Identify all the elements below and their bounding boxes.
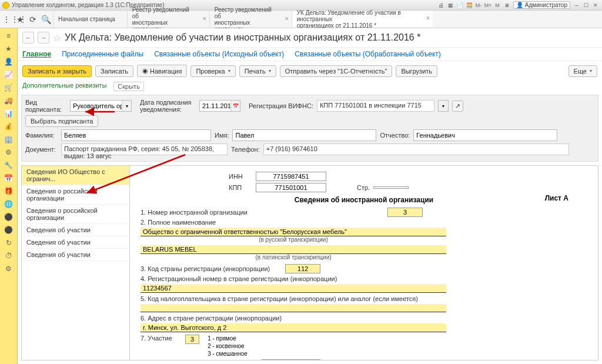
globe-icon[interactable]: 🌐 <box>4 200 13 208</box>
more-requisites-link[interactable]: Дополнительные реквизиты <box>22 82 106 91</box>
dot-icon[interactable]: ⚫ <box>4 213 13 221</box>
nav-main[interactable]: Главное <box>22 50 51 58</box>
close-icon[interactable]: ✕ <box>285 16 289 22</box>
star-icon[interactable]: ★ <box>5 45 12 53</box>
back-button[interactable]: ← <box>22 32 34 44</box>
settings-icon[interactable]: ⚙ <box>5 265 12 273</box>
main-panel: ← → ☆ УК Дельта: Уведомление об участии … <box>18 28 602 364</box>
refresh-icon[interactable]: ↻ <box>6 239 12 247</box>
gear-icon[interactable]: ⚙ <box>5 148 12 156</box>
patronymic-input[interactable] <box>413 129 557 141</box>
tab-registry-1[interactable]: Реестр уведомлений обиностранных компани… <box>127 11 209 28</box>
more-button[interactable]: Еще▾ <box>568 65 597 77</box>
lastname-input[interactable] <box>61 129 211 141</box>
f6-value[interactable]: г. Минск, ул. Выготского, д 2 <box>141 323 446 332</box>
favorite-icon[interactable]: ☆ <box>53 32 61 44</box>
nav-linked-src[interactable]: Связанные объекты (Исходный объект) <box>154 50 284 58</box>
hide-button[interactable]: Скрыть <box>113 82 144 91</box>
tree-item-part-3[interactable]: Сведения об участии <box>22 249 129 261</box>
m-minus-icon[interactable]: M- <box>474 1 483 9</box>
tree-item-ru-org-2[interactable]: Сведения о российской организации <box>22 205 129 224</box>
bars-icon[interactable]: 📊 <box>4 109 13 118</box>
phone-field[interactable]: +7 (916) 9674610 <box>263 143 569 155</box>
lastname-label: Фамилия: <box>25 132 58 139</box>
tools-icon[interactable]: 🔧 <box>4 161 13 169</box>
nav-linked-proc[interactable]: Связанные объекты (Обработанный объект) <box>295 50 441 58</box>
m-icon[interactable]: M <box>493 1 501 9</box>
screen-icon[interactable]: 🖥 <box>503 1 511 9</box>
choose-signer-button[interactable]: Выбрать подписанта <box>25 115 98 127</box>
apps-icon[interactable]: ⋮⋮⋮ <box>2 15 12 24</box>
f8-value[interactable]: 04.04.2016 <box>262 359 320 360</box>
tab-registry-2[interactable]: Реестр уведомлений обиностранных компани… <box>209 11 292 28</box>
gift-icon[interactable]: 🎁 <box>4 187 13 195</box>
history-icon[interactable]: ⟳ <box>28 15 38 24</box>
truck-icon[interactable]: 🚚 <box>4 96 13 105</box>
chart-icon[interactable]: 📈 <box>4 71 13 79</box>
document-field[interactable]: Паспорт гражданина РФ, серия: 45 05, № 2… <box>61 143 228 155</box>
f7-value[interactable]: 3 <box>185 335 199 344</box>
search-icon[interactable]: 🔍 <box>41 15 51 24</box>
signer-form: Вид подписанта: ▾ Дата подписания уведом… <box>21 95 598 162</box>
close-icon[interactable]: ✕ <box>426 16 430 22</box>
nav-attached[interactable]: Присоединенные файлы <box>62 50 143 58</box>
record-button[interactable]: Записать <box>95 65 133 77</box>
inn-value[interactable]: 7715987451 <box>256 172 326 181</box>
tool-buttons: ⋮⋮⋮ ★ ⟳ 🔍 <box>0 11 53 28</box>
export-button[interactable]: Выгрузить <box>396 65 437 77</box>
close-icon[interactable]: ✕ <box>591 1 600 9</box>
f2-ru-value[interactable]: Общество с ограниченной ответственностью… <box>141 228 446 236</box>
reg-select-icon[interactable]: ▾ <box>438 100 449 112</box>
forward-button[interactable]: → <box>38 32 49 44</box>
reg-open-button[interactable]: ↗ <box>452 101 463 112</box>
grid-icon[interactable]: ▦ <box>446 1 454 9</box>
nav-button[interactable]: ◉ Навигация <box>137 65 187 77</box>
tree-item-ru-org-1[interactable]: Сведения о российской организации <box>22 185 129 205</box>
f1-value[interactable]: 3 <box>387 208 423 217</box>
user-icon[interactable]: 👤 <box>4 58 13 66</box>
cart-icon[interactable]: 🛒 <box>4 84 13 92</box>
record-close-button[interactable]: Записать и закрыть <box>22 65 92 77</box>
calc-icon[interactable]: 🧮 <box>465 1 473 9</box>
additional-requisites: Дополнительные реквизиты Скрыть <box>18 81 602 95</box>
f5-value[interactable] <box>141 304 446 312</box>
firstname-input[interactable] <box>232 129 376 141</box>
user-badge[interactable]: 👤 Администратор <box>513 1 570 9</box>
menu-icon[interactable]: ≡ <box>6 32 11 40</box>
left-sidebar: ≡ ★ 👤 📈 🛒 🚚 📊 💰 🏢 ⚙ 🔧 📅 🎁 🌐 ⚫ ⚫ ↻ ⏱ ⚙ <box>0 28 18 364</box>
check-button[interactable]: Проверка▾ <box>190 65 235 77</box>
tree-item-part-2[interactable]: Сведения об участии <box>22 236 129 249</box>
calendar-icon[interactable]: 📅 <box>4 174 13 182</box>
f4-value[interactable]: 11234567 <box>141 284 446 293</box>
tab-document[interactable]: УК Дельта: Уведомление об участии в инос… <box>292 11 433 28</box>
f7-label: 7. Участие <box>141 335 182 342</box>
doc-icon[interactable]: 📄 <box>456 1 464 9</box>
kpp-value[interactable]: 771501001 <box>256 183 326 192</box>
f7-legend: 1 - прямое2 - косвенное3 - смешанное <box>208 335 248 358</box>
money-icon[interactable]: 💰 <box>4 122 13 131</box>
minimize-icon[interactable]: ─ <box>573 1 581 9</box>
content-split: Сведения ИО Общество с огранич... Сведен… <box>21 165 598 360</box>
page-value[interactable] <box>373 186 409 189</box>
org-icon[interactable]: 🏢 <box>4 135 13 143</box>
doc-nav: Главное Присоединенные файлы Связанные о… <box>18 48 602 61</box>
timer-icon[interactable]: ⏱ <box>5 252 12 260</box>
f3-value[interactable]: 112 <box>285 264 320 273</box>
patronymic-label: Отчество: <box>380 132 410 139</box>
f6-label: 6. Адрес в стране регистрации (инкорпора… <box>141 315 282 322</box>
print-button[interactable]: Печать▾ <box>239 65 276 77</box>
maximize-icon[interactable]: ☐ <box>582 1 590 9</box>
m-plus-icon[interactable]: M+ <box>484 1 492 9</box>
f2-lat-value[interactable]: BELARUS MEBEL <box>141 245 446 254</box>
dot2-icon[interactable]: ⚫ <box>4 226 13 234</box>
reg-field[interactable]: КПП 771501001 в инспекции 7715 <box>317 100 434 112</box>
chevron-down-icon[interactable]: ▾ <box>122 101 131 111</box>
star-icon[interactable]: ★ <box>15 15 25 24</box>
tab-start[interactable]: Начальная страница <box>53 11 127 28</box>
send-button[interactable]: Отправить через "1С-Отчетность" <box>280 65 393 77</box>
tree-item-io[interactable]: Сведения ИО Общество с огранич... <box>22 166 129 185</box>
tree-item-part-1[interactable]: Сведения об участии <box>22 224 129 236</box>
close-icon[interactable]: ✕ <box>202 16 207 22</box>
print-icon[interactable]: 🖨 <box>437 1 445 9</box>
calendar-icon[interactable]: 📅 <box>230 101 240 111</box>
